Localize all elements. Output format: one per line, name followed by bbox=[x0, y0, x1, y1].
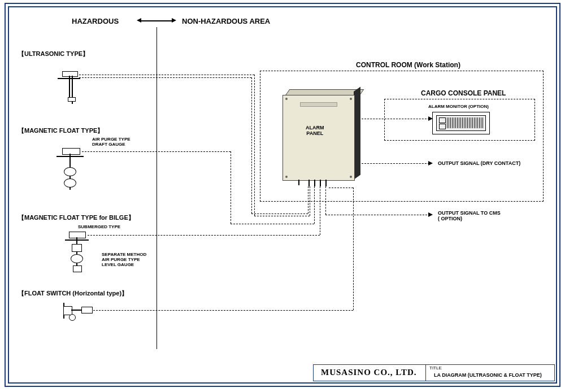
cargo-console-label: CARGO CONSOLE PANEL bbox=[421, 89, 506, 97]
wire-ultrasonic-h3 bbox=[251, 214, 308, 214]
zone-arrow-left-icon bbox=[137, 18, 141, 23]
wire-ultrasonic-h2 bbox=[79, 77, 251, 78]
ultrasonic-label: 【ULTRASONIC TYPE】 bbox=[18, 50, 89, 58]
dry-contact-label: OUTPUT SIGNAL (DRY CONTACT) bbox=[438, 160, 520, 166]
hazardous-label: HAZARDOUS bbox=[72, 17, 119, 25]
magfloat-bilge-label: 【MAGNETIC FLOAT TYPE for BILGE】 bbox=[18, 214, 134, 222]
wire-panel-monitor bbox=[362, 119, 429, 119]
title-value-label: LA DIAGRAM (ULTRASONIC & FLOAT TYPE) bbox=[434, 372, 542, 378]
company-label: MUSASINO CO., LTD. bbox=[321, 368, 417, 377]
wire-ultrasonic-h4 bbox=[254, 216, 310, 216]
wire-floatswitch-v bbox=[353, 188, 354, 310]
title-heading-label: TITLE bbox=[429, 365, 442, 371]
alarm-panel-icon: ALARM PANEL bbox=[282, 89, 367, 188]
zone-arrow-line bbox=[141, 20, 172, 21]
zone-boundary-line bbox=[157, 27, 157, 349]
wire-bilge-v bbox=[320, 186, 320, 235]
wire-ultrasonic-v1 bbox=[254, 75, 255, 216]
magfloat-bilge-note1-label: SUBMERGED TYPE bbox=[78, 224, 120, 229]
alarm-monitor-label: ALARM MONITOR (OPTION) bbox=[428, 104, 489, 109]
wire-magfloat-v2 bbox=[314, 186, 315, 224]
magfloat-label: 【MAGNETIC FLOAT TYPE】 bbox=[18, 127, 103, 135]
arrow-icon bbox=[428, 212, 433, 217]
wire-floatswitch-h bbox=[93, 310, 353, 311]
wire-bilge-h bbox=[88, 235, 320, 236]
wire-ultrasonic-h1 bbox=[79, 75, 254, 75]
wire-magfloat-h1 bbox=[82, 151, 231, 152]
wire-ultrasonic-v2 bbox=[251, 77, 252, 214]
wire-cms-h bbox=[325, 215, 430, 215]
wire-magfloat-h2 bbox=[231, 224, 314, 224]
arrow-icon bbox=[428, 161, 433, 165]
wire-cms-v bbox=[325, 186, 326, 215]
magfloat-note-label: AIR PURGE TYPE DRAFT GAUGE bbox=[92, 137, 131, 147]
wire-magfloat-v bbox=[231, 151, 231, 224]
alarm-monitor-icon bbox=[432, 112, 490, 134]
arrow-icon bbox=[428, 116, 433, 121]
floatswitch-label: 【FLOAT SWITCH (Horizontal type)】 bbox=[18, 289, 128, 298]
wire-ultrasonic-v4 bbox=[310, 186, 310, 216]
wire-ultrasonic-v3 bbox=[308, 186, 308, 214]
alarm-panel-label: ALARM PANEL bbox=[306, 125, 324, 136]
wire-dry-contact bbox=[362, 163, 429, 164]
nonhazardous-label: NON-HAZARDOUS AREA bbox=[182, 17, 270, 25]
cms-label: OUTPUT SIGNAL TO CMS ( OPTION) bbox=[438, 210, 501, 221]
wire-floatswitch-h2 bbox=[329, 188, 353, 188]
control-room-label: CONTROL ROOM (Work Station) bbox=[356, 61, 460, 69]
magfloat-bilge-note2-label: SEPARATE METHOD AIR PURGE TYPE LEVEL GAU… bbox=[102, 252, 146, 267]
zone-arrow-right-icon bbox=[172, 18, 176, 23]
